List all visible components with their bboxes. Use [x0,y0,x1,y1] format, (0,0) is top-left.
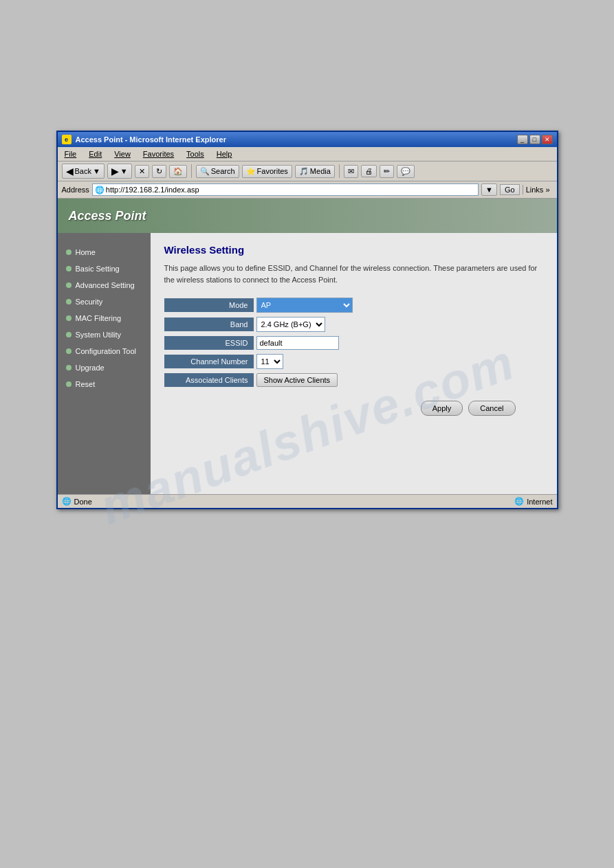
menu-edit[interactable]: Edit [86,148,105,159]
menu-help[interactable]: Help [214,148,235,159]
sidebar-item-upgrade[interactable]: Upgrade [58,359,151,376]
cancel-button[interactable]: Cancel [468,401,515,416]
page-icon: 🌐 [95,186,105,194]
print-button[interactable]: 🖨 [361,165,377,177]
search-icon: 🔍 [200,167,210,176]
address-bar: Address 🌐 ▼ Go Links » [58,181,557,199]
browser-icon: e [62,135,72,144]
status-text: Done [74,498,92,506]
forward-button[interactable]: ▶ ▼ [107,164,132,179]
forward-icon: ▶ [111,166,119,177]
back-icon: ◀ [66,166,74,177]
refresh-icon: ↻ [156,167,162,176]
essid-input[interactable] [256,336,339,350]
stop-button[interactable]: ✕ [135,165,149,178]
status-right: 🌐 Internet [514,497,552,506]
page-header: Access Point [58,199,557,233]
sidebar-item-system-utility[interactable]: System Utility [58,326,151,343]
bullet-security [66,299,72,304]
sidebar-item-mac-filtering[interactable]: MAC Filtering [58,310,151,326]
back-dropdown-icon: ▼ [93,167,100,175]
home-button[interactable]: 🏠 [169,165,187,178]
channel-select[interactable]: 1234 5678 91011 1213 [256,354,283,369]
bullet-basic-setting [66,266,72,271]
section-description: This page allows you to define ESSID, an… [164,263,543,285]
address-field[interactable] [106,186,476,194]
bullet-reset [66,381,72,387]
sidebar-item-basic-setting[interactable]: Basic Setting [58,260,151,277]
band-label: Band [164,318,254,331]
toolbar: ◀ Back ▼ ▶ ▼ ✕ ↻ 🏠 🔍 Search ⭐ Favorites … [58,162,557,181]
toolbar-separator-2 [339,164,340,178]
print-icon: 🖨 [365,167,373,175]
sidebar-label-advanced-setting: Advanced Setting [76,281,135,289]
stop-icon: ✕ [139,167,145,176]
favorites-icon: ⭐ [246,167,256,176]
search-button[interactable]: 🔍 Search [196,165,239,178]
associated-control: Show Active Clients [256,373,338,387]
mode-select[interactable]: AP Client WDS AP+WDS [256,298,353,313]
close-button[interactable]: ✕ [542,135,553,144]
associated-row: Associated Clients Show Active Clients [164,373,543,387]
mail-button[interactable]: ✉ [344,165,358,178]
channel-label: Channel Number [164,355,254,368]
media-button[interactable]: 🎵 Media [295,165,335,178]
content-area: Wireless Setting This page allows you to… [151,233,557,494]
channel-row: Channel Number 1234 5678 91011 1213 [164,354,543,369]
sidebar-label-configuration-tool: Configuration Tool [76,347,136,355]
address-input-container: 🌐 [92,183,479,196]
mode-label: Mode [164,298,254,312]
minimize-button[interactable]: _ [517,135,528,144]
sidebar-item-security[interactable]: Security [58,293,151,310]
sidebar-item-configuration-tool[interactable]: Configuration Tool [58,343,151,359]
band-select[interactable]: 2.4 GHz (B+G) 2.4 GHz (B) 2.4 GHz (G) [256,317,325,332]
zone-text: Internet [527,498,552,506]
show-active-clients-button[interactable]: Show Active Clients [256,373,338,387]
home-icon: 🏠 [173,167,183,176]
browser-window: e Access Point - Microsoft Internet Expl… [56,131,558,509]
sidebar-item-reset[interactable]: Reset [58,376,151,392]
favorites-button[interactable]: ⭐ Favorites [242,165,292,178]
section-title: Wireless Setting [164,244,543,256]
links-button[interactable]: Links » [523,185,553,194]
back-button[interactable]: ◀ Back ▼ [62,164,105,179]
menu-favorites[interactable]: Favorites [140,148,177,159]
sidebar-label-upgrade: Upgrade [76,364,105,372]
status-bar: 🌐 Done 🌐 Internet [58,494,557,508]
window-title: Access Point - Microsoft Internet Explor… [76,135,226,144]
menu-view[interactable]: View [111,148,133,159]
mode-control: AP Client WDS AP+WDS [256,298,353,313]
sidebar-item-home[interactable]: Home [58,244,151,260]
channel-control: 1234 5678 91011 1213 [256,354,283,369]
title-bar-controls: _ □ ✕ [517,135,553,144]
bullet-home [66,249,72,255]
edit-button[interactable]: ✏ [380,165,394,178]
sidebar-label-security: Security [76,298,103,306]
discuss-button[interactable]: 💬 [397,165,415,178]
status-left: 🌐 Done [62,497,92,506]
address-label: Address [62,186,89,194]
forward-dropdown-icon: ▼ [120,167,128,175]
band-control: 2.4 GHz (B+G) 2.4 GHz (B) 2.4 GHz (G) [256,317,325,332]
media-label: Media [310,167,331,175]
page-icon-status: 🌐 [62,497,72,506]
refresh-button[interactable]: ↻ [152,165,166,178]
menu-file[interactable]: File [62,148,80,159]
sidebar-item-advanced-setting[interactable]: Advanced Setting [58,277,151,293]
title-bar-left: e Access Point - Microsoft Internet Expl… [62,135,226,144]
essid-control [256,336,339,350]
go-button[interactable]: Go [500,184,520,195]
band-row: Band 2.4 GHz (B+G) 2.4 GHz (B) 2.4 GHz (… [164,317,543,332]
mail-icon: ✉ [348,167,354,176]
toolbar-separator-1 [191,164,192,178]
apply-button[interactable]: Apply [421,401,463,416]
bullet-upgrade [66,365,72,370]
maximize-button[interactable]: □ [529,135,540,144]
edit-icon: ✏ [384,167,390,176]
address-dropdown-button[interactable]: ▼ [481,183,497,196]
sidebar-label-home: Home [76,248,96,256]
essid-label: ESSID [164,336,254,350]
favorites-label: Favorites [257,167,288,175]
menu-tools[interactable]: Tools [184,148,207,159]
bullet-configuration-tool [66,348,72,354]
